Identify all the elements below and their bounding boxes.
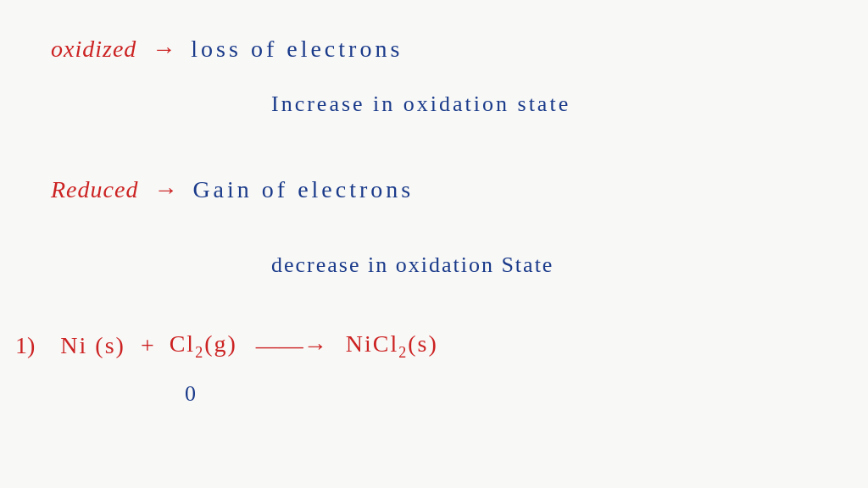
equation-plus: + [141, 332, 154, 359]
cl2-subscript: 2 [195, 344, 204, 361]
cl2-compound: Cl2(g) [170, 330, 237, 362]
nicl2-subscript: 2 [398, 344, 408, 361]
oxidation-number-row: 0 [185, 381, 196, 407]
decrease-row: decrease in oxidation State [271, 252, 554, 278]
nicl2-compound: NiCl2(s) [346, 330, 438, 362]
oxidized-arrow: → [152, 36, 175, 63]
oxidation-number: 0 [185, 381, 196, 406]
reduced-term: Reduced [51, 176, 138, 203]
equation-row: 1) Ni (s) + Cl2(g) ——→ NiCl2(s) [15, 330, 438, 362]
equation-arrow: ——→ [256, 332, 327, 359]
reduced-definition: Gain of electrons [192, 176, 414, 203]
equation-number: 1) [15, 332, 35, 359]
oxidized-row: oxidized → loss of electrons [51, 36, 403, 63]
ni-compound: Ni (s) [60, 332, 125, 359]
oxidized-definition: loss of electrons [191, 36, 403, 63]
oxidized-term: oxidized [51, 36, 136, 63]
increase-text: Increase in oxidation state [271, 92, 570, 116]
content-area: oxidized → loss of electrons Increase in… [0, 0, 868, 488]
increase-row: Increase in oxidation state [271, 92, 570, 117]
reduced-row: Reduced → Gain of electrons [51, 176, 414, 203]
reduced-arrow: → [153, 176, 177, 203]
decrease-text: decrease in oxidation State [271, 252, 554, 277]
